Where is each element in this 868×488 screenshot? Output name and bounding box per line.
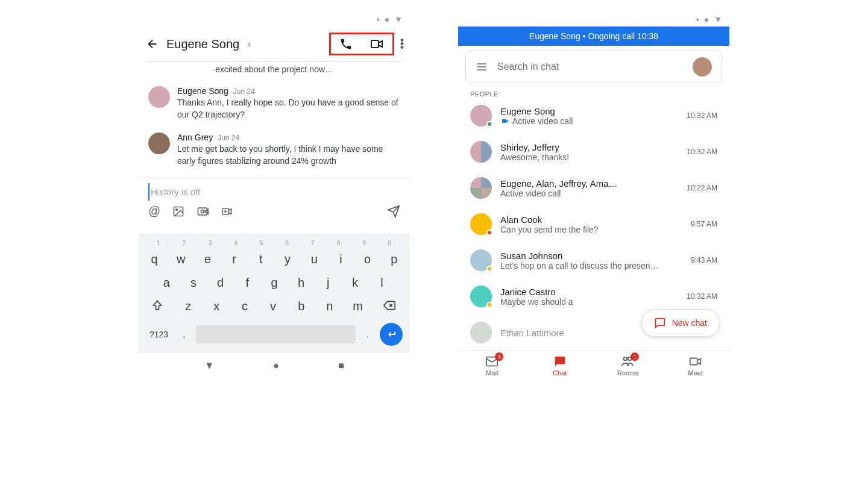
avatar[interactable] <box>148 133 170 154</box>
key[interactable]: k <box>345 276 365 290</box>
history-off-label: History is off <box>148 183 400 201</box>
profile-avatar[interactable] <box>693 57 712 77</box>
list-item[interactable]: Eugene, Alan, Jeffrey, Ama… Active video… <box>465 170 722 206</box>
keyboard-num-hints: 1234567890 <box>141 239 407 248</box>
key[interactable]: c <box>235 299 254 313</box>
message-text: Thanks Ann, I really hope so. Do you hav… <box>177 97 400 120</box>
svg-point-4 <box>201 210 204 213</box>
tab-mail[interactable]: 3 Mail <box>458 355 526 377</box>
key[interactable]: b <box>292 299 311 313</box>
symbols-key[interactable]: ?123 <box>146 330 172 339</box>
key[interactable]: q <box>145 252 164 266</box>
chat-body: excited about the project now… Eugene So… <box>139 62 410 173</box>
person-name: Eugene, Alan, Jeffrey, Ama… <box>500 178 678 189</box>
person-name: Susan Johnson <box>500 251 682 261</box>
avatar[interactable] <box>148 86 170 108</box>
nav-back-icon[interactable]: ▼ <box>204 360 214 371</box>
video-call-icon[interactable] <box>370 37 384 51</box>
comma-key[interactable]: , <box>179 330 189 339</box>
key[interactable]: s <box>184 276 203 290</box>
person-name: Janice Castro <box>500 287 678 297</box>
chat-bubble-icon <box>654 317 666 329</box>
tab-label: Mail <box>486 369 498 377</box>
svg-rect-6 <box>502 119 506 123</box>
timestamp: 10:32 AM <box>687 148 717 156</box>
key[interactable]: r <box>225 252 244 266</box>
hamburger-menu-icon[interactable] <box>476 61 488 73</box>
search-bar[interactable] <box>465 51 722 83</box>
key[interactable]: e <box>198 252 217 266</box>
tab-rooms[interactable]: 1 Rooms <box>594 355 662 377</box>
ongoing-call-banner[interactable]: Eugene Song • Ongoing call 10:38 <box>458 27 729 46</box>
phone-call-icon[interactable] <box>339 37 353 51</box>
svg-rect-10 <box>690 358 697 365</box>
key[interactable]: g <box>265 276 284 290</box>
key[interactable]: m <box>348 299 368 313</box>
person-name: Shirley, Jeffery <box>500 142 678 152</box>
new-chat-fab[interactable]: New chat <box>641 309 720 337</box>
list-item[interactable]: Eugene Song Active video call 10:32 AM <box>465 98 722 134</box>
nav-home-icon[interactable]: ● <box>273 360 279 371</box>
spacebar-key[interactable] <box>196 325 356 343</box>
compose-toolbar: @ <box>148 201 400 222</box>
tab-meet[interactable]: Meet <box>662 355 730 377</box>
key[interactable]: n <box>320 299 339 313</box>
video-attach-icon[interactable] <box>221 205 234 217</box>
shift-key-icon[interactable] <box>145 299 169 313</box>
message-time: Jun 24 <box>218 134 239 142</box>
presence-away-icon <box>486 302 492 308</box>
section-header: PEOPLE <box>458 90 729 98</box>
key[interactable]: a <box>157 276 176 290</box>
key[interactable]: o <box>358 252 377 266</box>
presence-away-icon <box>486 266 492 272</box>
key[interactable]: i <box>331 252 350 266</box>
key[interactable]: j <box>318 276 338 290</box>
key[interactable]: h <box>292 276 311 290</box>
list-item[interactable]: Alan Cook Can you send me the file? 9:57… <box>465 206 722 242</box>
truncated-message: excited about the project now… <box>148 62 400 80</box>
key[interactable]: z <box>178 299 198 313</box>
back-arrow-icon[interactable] <box>146 37 159 51</box>
key[interactable]: f <box>237 276 257 290</box>
status-bar: ▪ ● ▼ <box>458 12 729 27</box>
enter-key-icon[interactable] <box>380 323 403 346</box>
mention-icon[interactable]: @ <box>148 204 160 218</box>
tab-chat[interactable]: Chat <box>526 355 594 377</box>
nav-recent-icon[interactable]: ■ <box>338 360 344 371</box>
key[interactable]: t <box>251 252 271 266</box>
mail-icon: 3 <box>485 355 498 368</box>
key[interactable]: d <box>211 276 230 290</box>
contact-name[interactable]: Eugene Song <box>166 37 239 51</box>
chat-header: Eugene Song › ••• <box>139 27 410 61</box>
message-text: Let me get back to you shortly, I think … <box>177 143 400 167</box>
status-icon: ▼ <box>394 14 403 24</box>
list-item[interactable]: Shirley, Jeffery Awesome, thanks! 10:32 … <box>465 134 722 170</box>
camera-icon[interactable] <box>197 205 209 217</box>
status-icon: ● <box>385 14 389 24</box>
key[interactable]: l <box>373 276 392 290</box>
bottom-tab-bar: 3 Mail Chat 1 Rooms Meet <box>458 351 729 378</box>
search-input[interactable] <box>497 61 683 72</box>
message-sender: Ann Grey <box>177 133 213 142</box>
backspace-key-icon[interactable] <box>376 299 403 313</box>
svg-rect-0 <box>371 40 379 48</box>
fab-label: New chat <box>672 318 707 328</box>
person-name: Alan Cook <box>500 214 682 225</box>
person-subtitle: Active video call <box>500 116 678 126</box>
list-item[interactable]: Susan Johnson Let's hop on a call to dis… <box>465 242 722 278</box>
key[interactable]: v <box>263 299 283 313</box>
send-icon[interactable] <box>387 205 400 218</box>
key[interactable]: w <box>171 252 190 266</box>
image-icon[interactable] <box>172 205 184 217</box>
key[interactable]: x <box>207 299 226 313</box>
key[interactable]: u <box>304 252 324 266</box>
presence-online-icon <box>486 121 492 127</box>
svg-point-8 <box>624 357 627 361</box>
key[interactable]: p <box>385 252 404 266</box>
timestamp: 10:32 AM <box>687 292 717 301</box>
more-menu-icon[interactable]: ••• <box>400 39 403 49</box>
period-key[interactable]: . <box>363 330 373 339</box>
person-subtitle: Can you send me the file? <box>500 225 682 234</box>
status-bar: ▪ ● ▼ <box>139 12 410 27</box>
key[interactable]: y <box>278 252 297 266</box>
